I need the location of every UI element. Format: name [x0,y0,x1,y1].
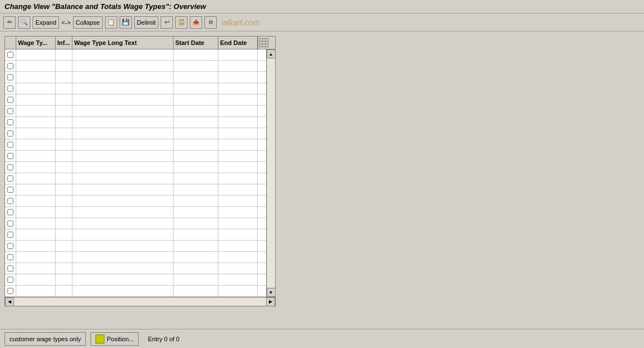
table-row[interactable] [5,162,266,173]
row-checkbox[interactable] [7,52,13,58]
calc-button[interactable]: 🧮 [175,16,188,29]
table-row[interactable] [5,151,266,162]
position-button[interactable]: Position... [90,332,139,346]
vertical-scrollbar[interactable]: ▲ ▼ [266,49,275,297]
table-row[interactable] [5,117,266,128]
row-checkbox[interactable] [7,254,13,260]
end-date-cell [218,286,258,297]
wage-type-cell [16,229,56,241]
table-row[interactable] [5,263,266,274]
horizontal-scrollbar[interactable]: ◀ ▶ [5,297,275,306]
long-text-cell [72,61,173,72]
row-checkbox[interactable] [7,119,13,125]
long-text-cell [72,218,173,229]
row-checkbox[interactable] [7,153,13,159]
row-checkbox[interactable] [7,198,13,204]
row-checkbox[interactable] [7,220,13,227]
table-row[interactable] [5,218,266,229]
customer-wage-types-button[interactable]: customer wage types only [4,332,86,346]
row-checkbox[interactable] [7,175,13,182]
table-row[interactable] [5,286,266,297]
table-row[interactable] [5,207,266,218]
row-checkbox[interactable] [7,232,13,238]
long-text-cell [72,139,173,151]
inf-cell [56,252,72,263]
row-checkbox-cell [5,207,16,218]
collapse-button[interactable]: Collapse [73,16,103,29]
end-date-cell [218,128,258,139]
export-button[interactable]: 📤 [190,16,202,29]
calc-icon: 🧮 [178,19,185,25]
start-date-cell [173,162,218,173]
grid-config-icon[interactable] [258,37,269,49]
table-row[interactable] [5,72,266,83]
row-checkbox[interactable] [7,288,13,294]
save-button[interactable]: 💾 [120,16,132,29]
row-checkbox[interactable] [7,243,13,249]
wage-type-cell [16,207,56,218]
settings-button[interactable]: ⚙ [204,16,217,29]
row-checkbox[interactable] [7,130,13,137]
row-checkbox-cell [5,229,16,240]
row-checkbox[interactable] [7,277,13,283]
row-checkbox[interactable] [7,97,13,103]
scroll-right-button[interactable]: ▶ [266,297,275,306]
scroll-track [267,58,275,288]
table-row[interactable] [5,252,266,263]
row-checkbox-cell [5,252,16,263]
end-date-cell [218,106,258,117]
end-date-cell [218,241,258,252]
collapse-label: Collapse [76,19,100,26]
row-checkbox[interactable] [7,187,13,193]
wage-type-cell [16,218,56,229]
wage-type-cell [16,274,56,286]
expand-button[interactable]: Expand [33,16,59,29]
row-checkbox[interactable] [7,85,13,92]
undo-button[interactable]: ↩ [161,16,173,29]
table-row[interactable] [5,274,266,286]
row-checkbox[interactable] [7,108,13,114]
table-row[interactable] [5,49,266,61]
table-row[interactable] [5,184,266,196]
table-row[interactable] [5,106,266,117]
wage-type-cell [16,49,56,61]
row-checkbox[interactable] [7,142,13,148]
table-row[interactable] [5,139,266,151]
row-checkbox[interactable] [7,265,13,272]
table-row[interactable] [5,61,266,72]
end-date-cell [218,49,258,61]
long-text-cell [72,286,173,297]
position-icon [95,335,104,344]
row-checkbox[interactable] [7,74,13,80]
title-bar: Change View "Balance and Totals Wage Typ… [0,0,644,13]
row-checkbox-cell [5,196,16,206]
scroll-left-button[interactable]: ◀ [5,297,14,306]
edit-button[interactable]: ✏ [3,16,16,29]
scroll-down-button[interactable]: ▼ [267,288,276,297]
row-checkbox[interactable] [7,164,13,170]
long-text-cell [72,72,173,83]
table-row[interactable] [5,94,266,106]
inf-cell [56,286,72,297]
row-checkbox[interactable] [7,63,13,69]
table-row[interactable] [5,173,266,184]
customer-wage-types-label: customer wage types only [10,336,81,342]
status-bar: customer wage types only Position... Ent… [0,329,644,348]
scroll-up-button[interactable]: ▲ [267,49,276,58]
inf-cell [56,162,72,173]
search-button[interactable]: 🔍 [18,16,30,29]
table-row[interactable] [5,128,266,139]
end-date-cell [218,274,258,286]
row-checkbox-cell [5,128,16,139]
page-title: Change View "Balance and Totals Wage Typ… [4,2,206,11]
row-checkbox[interactable] [7,209,13,215]
table-row[interactable] [5,83,266,94]
inf-cell [56,173,72,184]
table-row[interactable] [5,196,266,207]
delimit-button[interactable]: Delimit [134,16,159,29]
copy-button[interactable]: 📋 [105,16,117,29]
table-row[interactable] [5,241,266,252]
settings-icon: ⚙ [208,19,213,25]
table-header: Wage Ty... Inf... Wage Type Long Text St… [5,37,275,49]
table-row[interactable] [5,229,266,241]
